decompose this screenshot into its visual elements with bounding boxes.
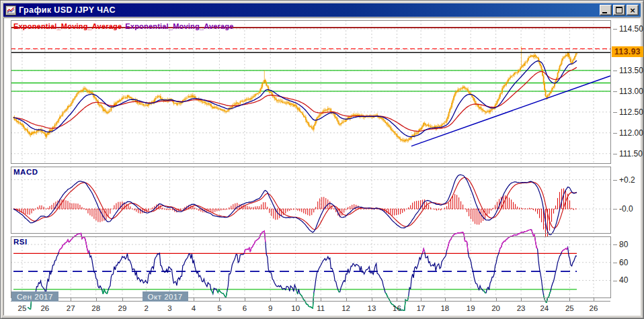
x-axis-day-label: 24 [540, 304, 549, 312]
x-axis-day-label: 6 [243, 304, 247, 312]
x-axis-day-label: 28 [91, 304, 100, 312]
x-axis-tick [346, 298, 347, 302]
price-tick-label: 112.50 [613, 107, 643, 117]
rsi-plot[interactable] [11, 236, 611, 298]
x-axis-day-label: 5 [217, 304, 221, 312]
x-axis-day-label: 29 [118, 304, 127, 312]
x-axis-day-label: 9 [268, 304, 272, 312]
x-axis-tick [194, 298, 194, 302]
x-axis-day-label: 26 [590, 304, 598, 312]
month-badge: Окт 2017 [143, 291, 188, 302]
x-axis-day-label: 17 [417, 304, 426, 312]
x-axis-tick [296, 298, 296, 302]
x-axis-day-label: 25 [18, 304, 27, 312]
month-badge: Сен 2017 [11, 291, 58, 302]
x-axis-tick [545, 298, 545, 302]
x-axis-day-label: 26 [40, 304, 49, 312]
x-axis-day-label: 25 [565, 304, 574, 312]
rsi-tick-label: 40 [613, 275, 628, 285]
chart-stage: Exponential_Moving_AverageExponential_Mo… [0, 0, 644, 319]
price-tick-label: 114.50 [613, 24, 643, 34]
x-axis-day-label: 12 [341, 304, 350, 312]
x-axis-tick [445, 298, 446, 302]
x-axis-tick [569, 298, 570, 302]
x-axis-day-label: 2 [144, 304, 148, 312]
rsi-tick-label: 80 [613, 240, 628, 249]
ema2-label: Exponential_Moving_Average [125, 22, 233, 30]
x-axis-day-label: 11 [317, 304, 325, 312]
price-tick-label: 113.50 [613, 66, 643, 75]
x-axis-tick [471, 298, 471, 302]
x-axis-tick [521, 298, 522, 302]
macd-plot[interactable] [11, 167, 611, 234]
x-axis-day-label: 18 [440, 304, 449, 312]
x-axis-tick [71, 298, 71, 302]
price-tick-label: 111.50 [613, 149, 643, 158]
x-axis-tick [96, 298, 97, 302]
price-tick-label: 113.00 [613, 87, 643, 96]
x-axis-day-label: 19 [467, 304, 475, 312]
x-axis-tick [397, 298, 397, 302]
rsi-label: RSI [13, 238, 28, 246]
x-axis-tick [496, 298, 497, 302]
ema1-label: Exponential_Moving_Average [13, 22, 122, 30]
x-axis-day-label: 13 [368, 304, 376, 312]
x-axis-day-label: 10 [291, 304, 300, 312]
x-axis-tick [270, 298, 271, 302]
x-axis-tick [421, 298, 421, 302]
rsi-tick-label: 60 [613, 258, 628, 267]
x-axis-day-label: 27 [67, 304, 75, 312]
app-screen: { "window": { "title": "График USD /JPY … [0, 0, 644, 319]
ema-indicator-labels: Exponential_Moving_AverageExponential_Mo… [13, 22, 237, 30]
x-axis-day-label: 23 [517, 304, 526, 312]
x-axis-tick [594, 298, 594, 302]
x-axis-day-label: 16 [393, 304, 401, 312]
price-chart-plot[interactable] [11, 20, 611, 164]
x-axis-day-label: 4 [192, 304, 196, 312]
current-price-badge: 113.93 [612, 46, 643, 57]
macd-tick-label: +0.2 [613, 175, 635, 185]
x-axis-tick [122, 298, 123, 302]
macd-label: MACD [13, 168, 38, 176]
x-axis-tick [321, 298, 321, 302]
x-axis-day-label: 3 [167, 304, 171, 312]
macd-tick-label: -0.0 [613, 204, 633, 214]
x-axis-tick [245, 298, 245, 302]
x-axis-tick [219, 298, 220, 302]
price-tick-label: 112.00 [613, 128, 643, 138]
x-axis-day-label: 20 [491, 304, 500, 312]
x-axis-tick [372, 298, 372, 302]
